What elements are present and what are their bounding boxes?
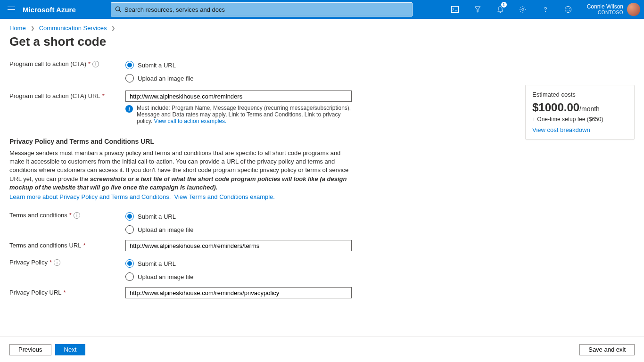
brand-label: Microsoft Azure [23,6,87,14]
radio-label: Upload an image file [138,75,194,82]
user-name: Connie Wilson [587,3,623,10]
svg-point-7 [569,8,570,9]
required-mark: * [50,259,52,266]
settings-button[interactable] [512,0,534,19]
radio-label: Submit a URL [138,260,176,267]
page-title: Get a short code [0,34,644,57]
search-icon [115,6,122,13]
cta-examples-link[interactable]: View call to action examples. [154,118,226,124]
privacy-section-paragraph: Message senders must maintain a privacy … [9,149,349,192]
cta-note: Must include: Program Name, Message freq… [137,105,352,124]
required-mark: * [102,92,105,99]
cost-breakdown-link[interactable]: View cost breakdown [532,126,590,133]
notification-badge: 1 [501,2,507,8]
svg-point-0 [116,7,120,11]
breadcrumb: Home ❯ Communication Services ❯ [0,19,644,34]
help-icon [542,6,549,13]
chevron-right-icon: ❯ [111,25,115,31]
required-mark: * [83,242,85,249]
required-mark: * [64,289,66,296]
terms-label: Terms and conditions [9,212,67,219]
svg-line-1 [119,10,121,12]
radio-icon [125,212,134,221]
breadcrumb-home[interactable]: Home [9,25,26,32]
search-input[interactable] [124,6,408,13]
save-and-exit-button[interactable]: Save and exit [579,344,635,355]
terms-radio-upload[interactable]: Upload an image file [125,223,352,236]
svg-point-4 [545,11,546,12]
cta-label: Program call to action (CTA) [9,60,86,67]
cta-url-input[interactable] [125,90,352,102]
privacy-section-heading: Privacy Policy and Terms and Conditions … [9,138,358,145]
breadcrumb-service[interactable]: Communication Services [39,25,107,32]
hamburger-icon [8,7,15,12]
info-icon: i [125,105,133,113]
cta-radio-upload[interactable]: Upload an image file [125,72,352,85]
svg-point-3 [521,8,523,10]
top-bar: Microsoft Azure 1 Connie Wilson CONT [0,0,644,19]
privacy-url-input[interactable] [125,287,352,298]
required-mark: * [88,60,91,67]
privacy-url-label: Privacy Policy URL [9,289,62,296]
info-icon[interactable]: i [92,61,99,67]
radio-label: Submit a URL [138,62,176,69]
info-icon[interactable]: i [54,259,60,266]
help-button[interactable] [534,0,557,19]
costs-amount: $1000.00 [532,101,579,114]
radio-icon [125,74,134,82]
previous-button[interactable]: Previous [9,344,51,355]
privacy-radio-url[interactable]: Submit a URL [125,257,352,270]
user-tenant: CONTOSO [587,10,623,16]
notifications-button[interactable]: 1 [489,0,512,19]
cloud-shell-icon [451,6,459,13]
learn-privacy-link[interactable]: Learn more about Privacy Policy and Term… [9,193,171,200]
smiley-icon [564,6,572,13]
privacy-label: Privacy Policy [9,259,48,266]
directories-button[interactable] [466,0,489,19]
cta-radio-url[interactable]: Submit a URL [125,58,352,72]
radio-icon [125,225,134,234]
account-button[interactable]: Connie Wilson CONTOSO [579,3,644,16]
terms-radio-url[interactable]: Submit a URL [125,210,352,223]
svg-rect-2 [451,7,458,13]
radio-icon [125,61,134,69]
feedback-button[interactable] [557,0,579,19]
hamburger-menu-button[interactable] [0,0,23,19]
view-terms-example-link[interactable]: View Terms and Conditions example. [174,193,275,200]
svg-point-5 [565,7,571,13]
costs-title: Estimated costs [532,91,627,98]
privacy-radio-upload[interactable]: Upload an image file [125,270,352,283]
avatar [627,3,640,16]
svg-point-6 [566,8,567,9]
chevron-right-icon: ❯ [31,25,34,31]
info-icon[interactable]: i [74,212,80,219]
next-button[interactable]: Next [55,344,86,355]
estimated-costs-card: Estimated costs $1000.00/month + One-tim… [525,85,635,140]
terms-url-label: Terms and conditions URL [9,242,81,249]
costs-subtext: + One-time setup fee ($650) [532,116,627,123]
costs-period: /month [579,105,600,113]
cta-url-label: Program call to action (CTA) URL [9,92,100,99]
radio-label: Upload an image file [138,273,194,280]
footer-bar: Previous Next Save and exit [0,337,644,362]
gear-icon [519,6,527,13]
cloud-shell-button[interactable] [444,0,466,19]
filter-icon [474,6,481,13]
radio-label: Submit a URL [138,213,176,220]
radio-icon [125,259,134,268]
required-mark: * [69,212,72,219]
radio-icon [125,272,134,281]
radio-label: Upload an image file [138,226,194,233]
global-search[interactable] [111,2,413,16]
terms-url-input[interactable] [125,240,352,251]
